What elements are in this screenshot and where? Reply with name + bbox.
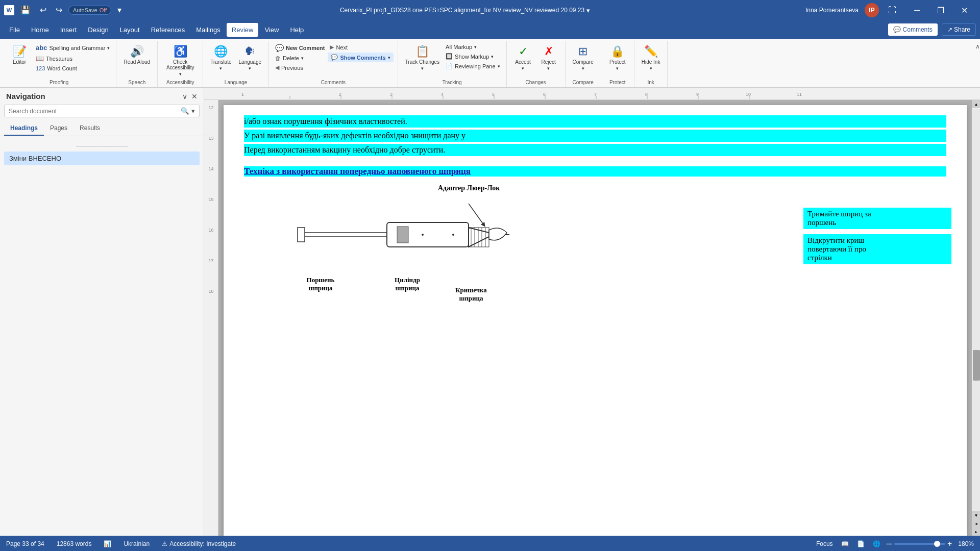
- search-input[interactable]: [9, 108, 181, 115]
- delete-dropdown[interactable]: ▾: [301, 56, 304, 61]
- compare-icon: ⊞: [578, 45, 587, 58]
- zoom-minus[interactable]: ─: [887, 539, 892, 548]
- collapse-ribbon-btn[interactable]: ∧: [975, 43, 980, 50]
- hide-ink-button[interactable]: ✏️ Hide Ink ▾: [639, 43, 664, 73]
- reviewing-dropdown[interactable]: ▾: [498, 64, 500, 69]
- language-button[interactable]: 🗣 Language ▾: [236, 43, 265, 73]
- show-comments-button[interactable]: 💬 Show Comments ▾: [328, 53, 393, 62]
- track-dropdown[interactable]: ▾: [421, 66, 424, 71]
- menu-insert[interactable]: Insert: [55, 23, 82, 37]
- share-button[interactable]: ↗ Share: [942, 23, 976, 36]
- ink-dropdown[interactable]: ▾: [650, 66, 652, 71]
- zoom-slider[interactable]: [894, 543, 945, 545]
- nav-close-btn[interactable]: ✕: [191, 92, 198, 101]
- print-layout-btn[interactable]: 📄: [855, 539, 867, 548]
- scroll-right-small[interactable]: ►: [972, 528, 981, 536]
- menu-help[interactable]: Help: [285, 23, 309, 37]
- markup-dropdown[interactable]: ▾: [474, 44, 477, 49]
- reject-button[interactable]: ✗ Reject ▾: [536, 43, 561, 73]
- reject-dropdown[interactable]: ▾: [547, 66, 550, 71]
- status-accessibility[interactable]: ⚠ Accessibility: Investigate: [160, 539, 238, 548]
- thesaurus-button[interactable]: 📖 Thesaurus: [34, 54, 112, 63]
- language-label: Language: [225, 79, 248, 87]
- compare-dropdown[interactable]: ▾: [582, 66, 584, 71]
- menu-layout[interactable]: Layout: [115, 23, 145, 37]
- menu-references[interactable]: References: [146, 23, 190, 37]
- status-track[interactable]: 📊: [102, 539, 113, 548]
- language-buttons: 🌐 Translate ▾ 🗣 Language ▾: [207, 43, 264, 79]
- nav-tab-headings[interactable]: Headings: [4, 121, 44, 136]
- customize-btn[interactable]: ▾: [114, 0, 125, 20]
- show-markup-dropdown[interactable]: ▾: [491, 54, 494, 59]
- menu-review[interactable]: Review: [227, 23, 259, 37]
- close-button[interactable]: ✕: [952, 0, 976, 20]
- status-words[interactable]: 12863 words: [55, 539, 94, 548]
- title-bar: W 💾 ↩ ↪ AutoSave Off ▾ Cervarix_PI proj1…: [0, 0, 980, 20]
- nav-search-box[interactable]: 🔍 ▾: [4, 105, 200, 117]
- menu-design[interactable]: Design: [83, 23, 113, 37]
- accessibility-dropdown[interactable]: ▾: [179, 71, 182, 77]
- menu-mailings[interactable]: Mailings: [191, 23, 226, 37]
- previous-comment-button[interactable]: ◀ Previous: [273, 63, 327, 72]
- show-comments-dropdown[interactable]: ▾: [388, 55, 390, 60]
- accessibility-label: Accessibility: [166, 79, 194, 87]
- search-button[interactable]: 🔍 ▾: [181, 107, 195, 115]
- autosave-toggle[interactable]: AutoSave Off: [68, 6, 111, 15]
- web-layout-btn[interactable]: 🌐: [871, 539, 883, 548]
- accept-button[interactable]: ✓ Accept ▾: [511, 43, 535, 73]
- new-comment-button[interactable]: 💬 New Comment: [273, 43, 327, 53]
- zoom-level[interactable]: 180%: [956, 539, 976, 548]
- display-options-btn[interactable]: ⛶: [885, 0, 899, 20]
- scroll-left-small[interactable]: ◄: [972, 519, 981, 528]
- ruler-mark-14: 14: [208, 166, 213, 171]
- menu-home[interactable]: Home: [26, 23, 54, 37]
- scroll-up-btn[interactable]: ▲: [972, 100, 981, 108]
- save-button[interactable]: 💾: [17, 0, 34, 20]
- user-avatar[interactable]: IP: [865, 3, 879, 17]
- reviewing-pane-button[interactable]: 📄 Reviewing Pane ▾: [444, 62, 502, 70]
- nav-expand-btn[interactable]: ∨: [182, 92, 187, 101]
- track-changes-button[interactable]: 📋 Track Changes ▾: [402, 43, 443, 73]
- protect-button[interactable]: 🔒 Protect ▾: [605, 43, 630, 73]
- comments-button[interactable]: 💬 Comments: [888, 23, 937, 36]
- translate-button[interactable]: 🌐 Translate ▾: [207, 43, 234, 73]
- word-count-button[interactable]: 123 Word Count: [34, 64, 112, 72]
- restore-button[interactable]: ❐: [929, 0, 952, 20]
- check-accessibility-button[interactable]: ♿ Check Accessibility ▾: [162, 43, 199, 79]
- protect-dropdown[interactable]: ▾: [616, 66, 619, 71]
- spelling-dropdown[interactable]: ▾: [107, 45, 110, 51]
- doc-line-3: Перед використанням вакцину необхідно до…: [244, 144, 946, 156]
- menu-file[interactable]: File: [4, 23, 25, 37]
- minimize-button[interactable]: ─: [905, 0, 929, 20]
- protect-label: Protect: [609, 79, 626, 87]
- spelling-grammar-button[interactable]: abc Spelling and Grammar ▾: [34, 43, 112, 53]
- focus-btn[interactable]: Focus: [814, 539, 835, 548]
- nav-item-changes[interactable]: Зміни ВНЕСЕНО: [4, 152, 200, 165]
- translate-dropdown[interactable]: ▾: [219, 66, 222, 71]
- delete-comment-button[interactable]: 🗑 Delete ▾: [273, 54, 327, 62]
- status-page[interactable]: Page 33 of 34: [4, 539, 46, 548]
- menu-view[interactable]: View: [259, 23, 284, 37]
- title-dropdown-icon[interactable]: ▾: [586, 7, 590, 14]
- nav-content: ───────────── Зміни ВНЕСЕНО: [0, 136, 204, 536]
- all-markup-button[interactable]: All Markup ▾: [444, 43, 502, 51]
- document-title: Cervarix_PI proj1_GDS28 one PFS+SPC alig…: [340, 7, 584, 14]
- zoom-plus[interactable]: +: [947, 539, 952, 548]
- scroll-thumb[interactable]: [973, 350, 980, 381]
- read-aloud-button[interactable]: 🔊 Read Aloud: [120, 43, 153, 67]
- nav-tab-pages[interactable]: Pages: [44, 121, 74, 136]
- next-comment-button[interactable]: ▶ Next: [328, 43, 393, 52]
- compare-button[interactable]: ⊞ Compare ▾: [570, 43, 597, 73]
- editor-button[interactable]: 📝 Editor: [6, 43, 33, 67]
- nav-tab-results[interactable]: Results: [74, 121, 106, 136]
- scroll-down-btn[interactable]: ▼: [972, 511, 981, 519]
- accept-dropdown[interactable]: ▾: [522, 66, 524, 71]
- show-markup-button[interactable]: 🔲 Show Markup ▾: [444, 52, 502, 61]
- redo-button[interactable]: ↪: [53, 0, 65, 20]
- read-mode-btn[interactable]: 📖: [839, 539, 851, 548]
- status-language[interactable]: Ukrainian: [121, 539, 152, 548]
- accessibility-buttons: ♿ Check Accessibility ▾: [162, 43, 199, 79]
- undo-button[interactable]: ↩: [37, 0, 50, 20]
- language-dropdown[interactable]: ▾: [249, 66, 251, 71]
- scroll-track[interactable]: [973, 109, 980, 511]
